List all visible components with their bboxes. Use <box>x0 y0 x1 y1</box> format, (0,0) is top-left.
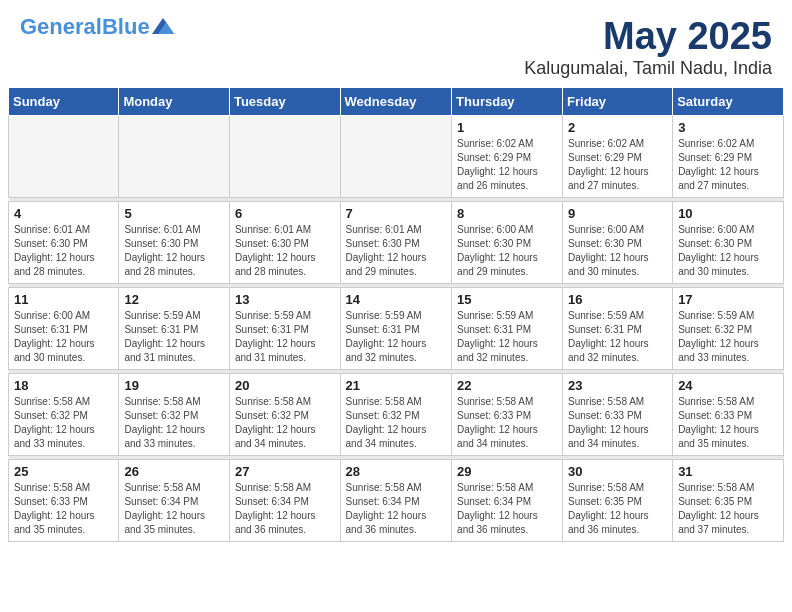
day-header-monday: Monday <box>119 87 230 115</box>
day-cell: 24Sunrise: 5:58 AM Sunset: 6:33 PM Dayli… <box>673 373 784 455</box>
day-info: Sunrise: 5:59 AM Sunset: 6:31 PM Dayligh… <box>124 309 224 365</box>
week-row-2: 4Sunrise: 6:01 AM Sunset: 6:30 PM Daylig… <box>9 201 784 283</box>
day-cell: 22Sunrise: 5:58 AM Sunset: 6:33 PM Dayli… <box>452 373 563 455</box>
day-number: 15 <box>457 292 557 307</box>
day-header-sunday: Sunday <box>9 87 119 115</box>
month-title: May 2025 <box>524 16 772 58</box>
day-header-saturday: Saturday <box>673 87 784 115</box>
day-cell: 20Sunrise: 5:58 AM Sunset: 6:32 PM Dayli… <box>229 373 340 455</box>
day-cell: 25Sunrise: 5:58 AM Sunset: 6:33 PM Dayli… <box>9 459 119 541</box>
day-cell: 12Sunrise: 5:59 AM Sunset: 6:31 PM Dayli… <box>119 287 230 369</box>
day-info: Sunrise: 5:58 AM Sunset: 6:32 PM Dayligh… <box>124 395 224 451</box>
day-cell: 14Sunrise: 5:59 AM Sunset: 6:31 PM Dayli… <box>340 287 452 369</box>
day-info: Sunrise: 5:59 AM Sunset: 6:31 PM Dayligh… <box>346 309 447 365</box>
day-header-friday: Friday <box>563 87 673 115</box>
day-number: 11 <box>14 292 113 307</box>
day-cell: 17Sunrise: 5:59 AM Sunset: 6:32 PM Dayli… <box>673 287 784 369</box>
day-number: 23 <box>568 378 667 393</box>
day-info: Sunrise: 5:58 AM Sunset: 6:32 PM Dayligh… <box>235 395 335 451</box>
day-info: Sunrise: 5:59 AM Sunset: 6:31 PM Dayligh… <box>235 309 335 365</box>
day-header-thursday: Thursday <box>452 87 563 115</box>
day-number: 17 <box>678 292 778 307</box>
day-number: 25 <box>14 464 113 479</box>
day-cell: 1Sunrise: 6:02 AM Sunset: 6:29 PM Daylig… <box>452 115 563 197</box>
day-info: Sunrise: 5:58 AM Sunset: 6:35 PM Dayligh… <box>678 481 778 537</box>
day-cell: 23Sunrise: 5:58 AM Sunset: 6:33 PM Dayli… <box>563 373 673 455</box>
day-info: Sunrise: 5:58 AM Sunset: 6:34 PM Dayligh… <box>235 481 335 537</box>
day-cell: 27Sunrise: 5:58 AM Sunset: 6:34 PM Dayli… <box>229 459 340 541</box>
day-number: 13 <box>235 292 335 307</box>
header: GeneralBlue May 2025 Kalugumalai, Tamil … <box>0 0 792 87</box>
day-number: 7 <box>346 206 447 221</box>
day-header-wednesday: Wednesday <box>340 87 452 115</box>
week-row-3: 11Sunrise: 6:00 AM Sunset: 6:31 PM Dayli… <box>9 287 784 369</box>
day-info: Sunrise: 5:58 AM Sunset: 6:32 PM Dayligh… <box>346 395 447 451</box>
day-number: 2 <box>568 120 667 135</box>
day-cell: 28Sunrise: 5:58 AM Sunset: 6:34 PM Dayli… <box>340 459 452 541</box>
day-cell: 3Sunrise: 6:02 AM Sunset: 6:29 PM Daylig… <box>673 115 784 197</box>
day-info: Sunrise: 6:01 AM Sunset: 6:30 PM Dayligh… <box>14 223 113 279</box>
day-number: 22 <box>457 378 557 393</box>
day-cell: 2Sunrise: 6:02 AM Sunset: 6:29 PM Daylig… <box>563 115 673 197</box>
day-info: Sunrise: 5:59 AM Sunset: 6:32 PM Dayligh… <box>678 309 778 365</box>
day-number: 12 <box>124 292 224 307</box>
day-cell: 5Sunrise: 6:01 AM Sunset: 6:30 PM Daylig… <box>119 201 230 283</box>
day-number: 26 <box>124 464 224 479</box>
logo-text: GeneralBlue <box>20 16 150 38</box>
day-info: Sunrise: 6:02 AM Sunset: 6:29 PM Dayligh… <box>568 137 667 193</box>
day-number: 31 <box>678 464 778 479</box>
day-number: 28 <box>346 464 447 479</box>
day-info: Sunrise: 5:58 AM Sunset: 6:34 PM Dayligh… <box>457 481 557 537</box>
location-title: Kalugumalai, Tamil Nadu, India <box>524 58 772 79</box>
day-number: 10 <box>678 206 778 221</box>
day-info: Sunrise: 5:58 AM Sunset: 6:35 PM Dayligh… <box>568 481 667 537</box>
day-cell: 8Sunrise: 6:00 AM Sunset: 6:30 PM Daylig… <box>452 201 563 283</box>
day-info: Sunrise: 5:58 AM Sunset: 6:34 PM Dayligh… <box>124 481 224 537</box>
day-cell <box>9 115 119 197</box>
week-row-4: 18Sunrise: 5:58 AM Sunset: 6:32 PM Dayli… <box>9 373 784 455</box>
day-cell: 16Sunrise: 5:59 AM Sunset: 6:31 PM Dayli… <box>563 287 673 369</box>
day-cell: 30Sunrise: 5:58 AM Sunset: 6:35 PM Dayli… <box>563 459 673 541</box>
day-number: 30 <box>568 464 667 479</box>
day-number: 3 <box>678 120 778 135</box>
day-info: Sunrise: 5:58 AM Sunset: 6:32 PM Dayligh… <box>14 395 113 451</box>
week-row-1: 1Sunrise: 6:02 AM Sunset: 6:29 PM Daylig… <box>9 115 784 197</box>
calendar-wrap: SundayMondayTuesdayWednesdayThursdayFrid… <box>0 87 792 550</box>
day-info: Sunrise: 6:01 AM Sunset: 6:30 PM Dayligh… <box>235 223 335 279</box>
day-info: Sunrise: 6:00 AM Sunset: 6:30 PM Dayligh… <box>678 223 778 279</box>
day-cell: 15Sunrise: 5:59 AM Sunset: 6:31 PM Dayli… <box>452 287 563 369</box>
title-block: May 2025 Kalugumalai, Tamil Nadu, India <box>524 16 772 79</box>
logo-icon <box>152 18 174 34</box>
day-info: Sunrise: 6:01 AM Sunset: 6:30 PM Dayligh… <box>124 223 224 279</box>
day-number: 24 <box>678 378 778 393</box>
day-number: 18 <box>14 378 113 393</box>
week-row-5: 25Sunrise: 5:58 AM Sunset: 6:33 PM Dayli… <box>9 459 784 541</box>
day-number: 5 <box>124 206 224 221</box>
day-cell: 26Sunrise: 5:58 AM Sunset: 6:34 PM Dayli… <box>119 459 230 541</box>
day-info: Sunrise: 6:02 AM Sunset: 6:29 PM Dayligh… <box>678 137 778 193</box>
day-number: 6 <box>235 206 335 221</box>
calendar-header-row: SundayMondayTuesdayWednesdayThursdayFrid… <box>9 87 784 115</box>
day-number: 16 <box>568 292 667 307</box>
day-info: Sunrise: 5:59 AM Sunset: 6:31 PM Dayligh… <box>568 309 667 365</box>
day-info: Sunrise: 5:58 AM Sunset: 6:33 PM Dayligh… <box>457 395 557 451</box>
day-cell: 29Sunrise: 5:58 AM Sunset: 6:34 PM Dayli… <box>452 459 563 541</box>
day-cell <box>340 115 452 197</box>
day-cell <box>119 115 230 197</box>
day-number: 20 <box>235 378 335 393</box>
day-number: 21 <box>346 378 447 393</box>
day-cell: 7Sunrise: 6:01 AM Sunset: 6:30 PM Daylig… <box>340 201 452 283</box>
day-info: Sunrise: 6:00 AM Sunset: 6:31 PM Dayligh… <box>14 309 113 365</box>
day-number: 14 <box>346 292 447 307</box>
day-cell: 18Sunrise: 5:58 AM Sunset: 6:32 PM Dayli… <box>9 373 119 455</box>
day-cell: 21Sunrise: 5:58 AM Sunset: 6:32 PM Dayli… <box>340 373 452 455</box>
day-cell: 11Sunrise: 6:00 AM Sunset: 6:31 PM Dayli… <box>9 287 119 369</box>
day-info: Sunrise: 5:58 AM Sunset: 6:33 PM Dayligh… <box>568 395 667 451</box>
day-info: Sunrise: 6:01 AM Sunset: 6:30 PM Dayligh… <box>346 223 447 279</box>
day-number: 8 <box>457 206 557 221</box>
day-info: Sunrise: 6:00 AM Sunset: 6:30 PM Dayligh… <box>457 223 557 279</box>
day-number: 19 <box>124 378 224 393</box>
day-cell <box>229 115 340 197</box>
day-cell: 6Sunrise: 6:01 AM Sunset: 6:30 PM Daylig… <box>229 201 340 283</box>
day-info: Sunrise: 5:58 AM Sunset: 6:34 PM Dayligh… <box>346 481 447 537</box>
